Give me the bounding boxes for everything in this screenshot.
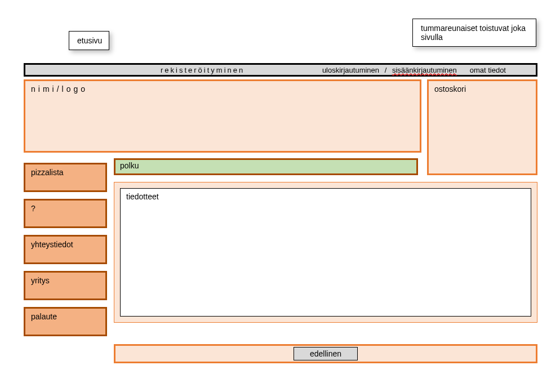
breadcrumb-label: polku	[120, 161, 139, 170]
callout-etusivu: etusivu	[69, 31, 109, 50]
logo-area: nimi/logo	[24, 79, 421, 153]
content-title: tiedotteet	[126, 192, 159, 201]
sidemenu-item-yritys[interactable]: yritys	[24, 271, 107, 300]
callout-etusivu-text: etusivu	[77, 36, 102, 45]
content-wrapper: tiedotteet	[114, 182, 537, 323]
callout-repeating: tummareunaiset toistuvat joka sivulla	[412, 19, 536, 47]
sidemenu-label: pizzalista	[31, 168, 64, 177]
footer-bar: edellinen	[114, 344, 537, 363]
center-column: polku tiedotteet	[114, 158, 537, 336]
nav-own-info[interactable]: omat tiedot	[470, 66, 506, 74]
nav-separator: /	[383, 66, 389, 74]
sidemenu-item-yhteystiedot[interactable]: yhteystiedot	[24, 235, 107, 264]
logo-label: nimi/logo	[31, 84, 88, 93]
content-area: tiedotteet	[120, 188, 531, 317]
side-menu: pizzalista ? yhteystiedot yritys palaute	[24, 163, 107, 336]
sidemenu-label: yritys	[31, 276, 50, 285]
nav-logout[interactable]: uloskirjautuminen	[322, 66, 379, 74]
sidemenu-item-pizzalista[interactable]: pizzalista	[24, 163, 107, 192]
sidemenu-label: palaute	[31, 312, 57, 321]
sidemenu-label: yhteystiedot	[31, 240, 73, 249]
nav-links-group: uloskirjautuminen / sisäänkirjautuminen …	[321, 66, 508, 74]
nav-login[interactable]: sisäänkirjautuminen	[392, 66, 457, 74]
main-row: pizzalista ? yhteystiedot yritys palaute…	[24, 158, 537, 336]
sidemenu-item-palaute[interactable]: palaute	[24, 307, 107, 336]
sidemenu-label: ?	[31, 204, 35, 213]
previous-button[interactable]: edellinen	[294, 347, 358, 360]
breadcrumb: polku	[114, 158, 418, 175]
wireframe: rekisteröityminen uloskirjautuminen / si…	[24, 63, 537, 363]
sidemenu-item-unknown[interactable]: ?	[24, 199, 107, 228]
callout-repeating-text: tummareunaiset toistuvat joka sivulla	[421, 24, 526, 42]
previous-button-label: edellinen	[310, 349, 341, 358]
top-nav-bar: rekisteröityminen uloskirjautuminen / si…	[24, 63, 537, 77]
cart-label: ostoskori	[434, 84, 466, 93]
nav-register[interactable]: rekisteröityminen	[161, 66, 245, 74]
